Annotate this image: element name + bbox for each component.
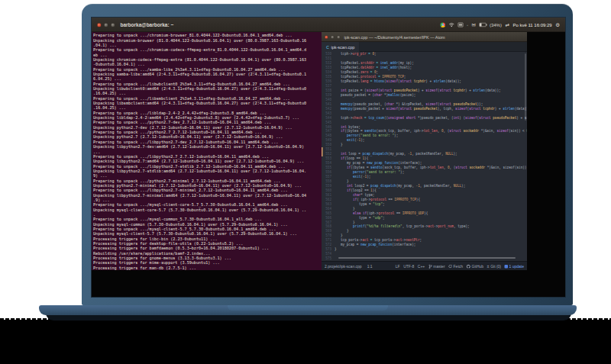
mail-icon[interactable]: ✉ xyxy=(471,22,475,27)
status-item-master[interactable]: master xyxy=(428,264,445,269)
laptop-base-notch xyxy=(228,305,388,311)
tab-bar: C ipk-scan.cpp xyxy=(322,42,527,52)
tab-ipk-scan[interactable]: C ipk-scan.cpp xyxy=(322,42,360,52)
tab-label: ipk-scan.cpp xyxy=(331,45,354,50)
status-bar: 2.projekt/ipk-scan.cpp 1:1 LFUTF-8C++mas… xyxy=(322,261,527,270)
atom-window-title: ipk-scan.cpp — ~/Dokumenty/4.semester/IP… xyxy=(344,35,445,40)
c-language-icon: C xyxy=(326,45,329,50)
status-item-lf[interactable]: LF xyxy=(396,264,400,269)
status-item-github[interactable]: GitHub xyxy=(467,264,484,269)
vertical-scrollbar[interactable] xyxy=(525,53,526,259)
background-shadow xyxy=(0,320,611,364)
atom-window: ipk-scan.cpp — ~/Dokumenty/4.semester/IP… xyxy=(322,32,527,270)
atom-maximize-button[interactable] xyxy=(337,35,341,39)
screen: barborka@barborka: ~ ◦ ✉ (34%) ⇄ Po kvě … xyxy=(92,18,565,297)
editor[interactable]: 530tcph->urg_ptr = 0;531532tcpPacket.src… xyxy=(322,52,527,261)
code-line: 542memcpy(pseudo_packet + sizeof(struct … xyxy=(322,106,527,111)
laptop-base xyxy=(39,305,577,315)
laptop-bezel: barborka@barborka: ~ ◦ ✉ (34%) ⇄ Po kvě … xyxy=(82,4,573,305)
wifi-icon[interactable] xyxy=(449,23,455,27)
battery-icon[interactable] xyxy=(479,23,486,27)
code-line: 544tcph->check = tcp_csum((unsigned shor… xyxy=(322,115,527,120)
bluetooth-icon[interactable]: ◦ xyxy=(467,22,468,27)
atom-minimize-button[interactable] xyxy=(331,35,335,39)
terminal-minimize-button[interactable] xyxy=(104,23,108,27)
code-area: 530tcph->urg_ptr = 0;531532tcpPacket.src… xyxy=(322,52,527,261)
horizontal-scrollbar[interactable] xyxy=(338,257,516,259)
battery-percentage: (34%) xyxy=(490,22,502,27)
session-gear-icon[interactable]: ⚙ xyxy=(555,22,560,27)
terminal-window[interactable]: Preparing to unpack .../chromium-browser… xyxy=(92,32,322,270)
terminal-window-title: barborka@barborka: ~ xyxy=(121,22,174,28)
status-file-path[interactable]: 2.projekt/ipk-scan.cpp xyxy=(325,264,362,269)
terminal-output: Preparing to unpack .../chromium-browser… xyxy=(93,34,317,271)
atom-window-buttons xyxy=(325,35,341,39)
keyboard-indicator-icon[interactable] xyxy=(458,23,464,27)
status-item-utf-8[interactable]: UTF-8 xyxy=(403,264,414,269)
status-item-1-update[interactable]: 1 update xyxy=(505,264,524,269)
chromium-update-icon[interactable] xyxy=(441,22,446,27)
status-item-c-[interactable]: C++ xyxy=(418,264,425,269)
atom-close-button[interactable] xyxy=(325,35,328,39)
update-icon xyxy=(505,265,509,269)
arrows-icon[interactable]: ⇄ xyxy=(505,22,509,27)
line-number: 575 xyxy=(322,256,335,261)
clock[interactable]: Po kvě 11 16:09:29 xyxy=(512,22,551,27)
status-cursor-position[interactable]: 1:1 xyxy=(367,264,373,269)
terminal-close-button[interactable] xyxy=(97,23,102,27)
terminal-window-buttons xyxy=(97,23,115,27)
status-item-fetch[interactable]: Fetch xyxy=(448,264,463,269)
status-items: LFUTF-8C++masterFetchGitHub±Git (0)1 upd… xyxy=(396,264,524,269)
terminal-maximize-button[interactable] xyxy=(111,23,115,27)
top-panel: barborka@barborka: ~ ◦ ✉ (34%) ⇄ Po kvě … xyxy=(92,18,565,32)
system-tray: ◦ ✉ (34%) ⇄ Po kvě 11 16:09:29 ⚙ xyxy=(441,22,560,27)
atom-titlebar[interactable]: ipk-scan.cpp — ~/Dokumenty/4.semester/IP… xyxy=(322,32,527,42)
status-item-git-0-[interactable]: ±Git (0) xyxy=(487,264,501,269)
